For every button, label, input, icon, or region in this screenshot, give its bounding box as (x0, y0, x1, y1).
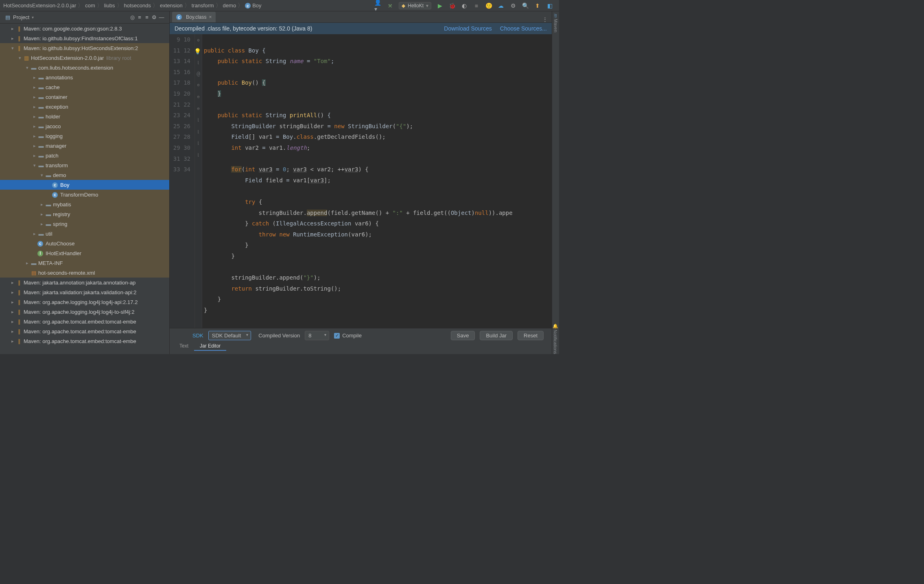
collapse-all-icon[interactable]: ≡ (143, 14, 151, 21)
breadcrumb-seg[interactable]: extension (159, 2, 183, 9)
tree-row[interactable]: ▬patch (0, 151, 169, 160)
breadcrumb-seg[interactable]: hotseconds (123, 2, 152, 9)
folder-icon: ▬ (37, 74, 45, 81)
tree-row[interactable]: ▥HotSecondsExtension-2.0.0.jarlibrary ro… (0, 53, 169, 63)
breadcrumb-seg[interactable]: cBoy (244, 2, 262, 9)
code-editor[interactable]: 9 10 11 12 13 14 15 16 17 18 19 20 21 22… (170, 34, 552, 328)
hammer-icon[interactable]: ⤧ (387, 2, 394, 9)
folder-icon: ▬ (45, 172, 52, 178)
tree-row[interactable]: IIHotExtHandler (0, 248, 169, 258)
folder-icon: ▬ (37, 162, 45, 168)
jetbrains-icon[interactable]: ◧ (546, 2, 553, 9)
folder-icon: ▬ (37, 84, 45, 90)
save-button[interactable]: Save (451, 331, 475, 340)
tree-row[interactable]: ▬cache (0, 82, 169, 92)
tree-row[interactable]: ▬spring (0, 219, 169, 229)
tree-row[interactable]: ▬holder (0, 112, 169, 121)
notifications-tool-button[interactable]: 🔔 Notifications (553, 323, 558, 354)
code-content[interactable]: public class Boy { public static String … (202, 34, 552, 328)
sdk-select[interactable]: SDK Default (208, 331, 251, 340)
tree-label: IHotExtHandler (46, 250, 81, 256)
tree-label: registry (53, 211, 70, 217)
editor-area: c Boy.class × ⋮ Decompiled .class file, … (170, 11, 552, 354)
sonar-icon[interactable]: ☁ (497, 2, 505, 9)
project-tree[interactable]: ∥Maven: com.google.code.gson:gson:2.8.3∥… (0, 24, 169, 354)
breadcrumb-seg[interactable]: liubs (103, 2, 116, 9)
hide-icon[interactable]: — (158, 14, 165, 21)
tree-row[interactable]: cTransformDemo (0, 190, 169, 199)
gear-icon[interactable]: ⚙ (151, 14, 158, 21)
bottom-tab-jar-editor[interactable]: Jar Editor (194, 342, 226, 351)
run-icon[interactable]: ▶ (436, 2, 443, 9)
tree-row[interactable]: ▬jacoco (0, 121, 169, 131)
breadcrumb-seg[interactable]: HotSecondsExtension-2.0.0.jar (2, 2, 77, 9)
tree-label: logging (46, 133, 63, 139)
tree-row[interactable]: ▬exception (0, 102, 169, 112)
compiled-version-label: Compiled Version (258, 332, 300, 339)
tree-row[interactable]: ▬annotations (0, 72, 169, 82)
tree-row[interactable]: ▬transform (0, 160, 169, 170)
tree-row[interactable]: ∥Maven: org.apache.tomcat.embed:tomcat-e… (0, 326, 169, 336)
tree-row[interactable]: ▬logging (0, 131, 169, 141)
search-icon[interactable]: 🔍 (522, 2, 529, 9)
build-jar-button[interactable]: Build Jar (480, 331, 513, 340)
tree-row[interactable]: ∥Maven: org.apache.tomcat.embed:tomcat-e… (0, 336, 169, 346)
tree-row[interactable]: ∥Maven: org.apache.tomcat.embed:tomcat-e… (0, 317, 169, 326)
gear-icon[interactable]: ⚙ (509, 2, 517, 9)
tree-row[interactable]: ▬registry (0, 209, 169, 219)
run-config[interactable]: ◆HelloKt▾ (399, 2, 431, 9)
compile-checkbox[interactable]: ✓Compile (334, 332, 362, 339)
breadcrumb-seg[interactable]: demo (222, 2, 237, 9)
kebab-icon[interactable]: ⋮ (538, 16, 552, 22)
class-icon: c (52, 182, 59, 188)
tree-row[interactable]: ▬manager (0, 141, 169, 151)
tree-row[interactable]: ▬util (0, 229, 169, 238)
bottom-tab-text[interactable]: Text (174, 342, 194, 351)
tab-label: Boy.class (186, 14, 206, 20)
expand-all-icon[interactable]: ≡ (136, 14, 143, 21)
library-icon: ∥ (15, 319, 23, 325)
tree-row[interactable]: ∥Maven: org.apache.logging.log4j:log4j-a… (0, 297, 169, 307)
tree-row[interactable]: cAutoChoose (0, 238, 169, 248)
tree-row[interactable]: cBoy (0, 180, 169, 190)
tree-label: annotations (46, 74, 73, 81)
tree-label: Maven: jakarta.annotation:jakarta.annota… (24, 280, 135, 286)
tree-row[interactable]: ∥Maven: org.apache.logging.log4j:log4j-t… (0, 307, 169, 317)
compiled-version-select[interactable]: 8 (305, 331, 329, 340)
tree-row[interactable]: ∥Maven: jakarta.validation:jakarta.valid… (0, 287, 169, 297)
debug-icon[interactable]: 🐞 (448, 2, 456, 9)
reset-button[interactable]: Reset (518, 331, 544, 340)
tree-label: Maven: org.apache.tomcat.embed:tomcat-em… (24, 338, 136, 344)
target-icon[interactable]: ◎ (129, 14, 136, 21)
tree-row[interactable]: ∥Maven: jakarta.annotation:jakarta.annot… (0, 278, 169, 287)
download-sources-link[interactable]: Download Sources (444, 25, 492, 32)
user-icon[interactable]: 👤▾ (374, 2, 382, 9)
tree-label: spring (53, 221, 67, 227)
dropdown-icon[interactable]: ▾ (32, 15, 34, 20)
tree-label: mybatis (53, 201, 71, 208)
close-icon[interactable]: × (209, 14, 212, 20)
tree-row[interactable]: ▬mybatis (0, 199, 169, 209)
choose-sources-link[interactable]: Choose Sources... (500, 25, 547, 32)
library-icon: ∥ (15, 26, 23, 32)
tree-row[interactable]: ▬demo (0, 170, 169, 180)
update-icon[interactable]: ⬆ (534, 2, 541, 9)
topbar: HotSecondsExtension-2.0.0.jar〉com〉liubs〉… (0, 0, 559, 11)
coverage-icon[interactable]: ◐ (461, 2, 468, 9)
maven-tool-button[interactable]: m Maven (553, 14, 558, 32)
tree-row[interactable]: ▤hot-seconds-remote.xml (0, 268, 169, 278)
folder-icon: ▬ (45, 211, 52, 217)
tab-boy-class[interactable]: c Boy.class × (172, 12, 216, 22)
folder-icon: ▬ (45, 201, 52, 208)
tree-row[interactable]: ▬com.liubs.hotseconds.extension (0, 63, 169, 72)
tree-row[interactable]: ∥Maven: io.github.liubsyy:FindInstancesO… (0, 33, 169, 43)
breadcrumb-seg[interactable]: com (84, 2, 96, 9)
avatar-icon[interactable]: 🙂 (485, 2, 492, 9)
tree-row[interactable]: ▬container (0, 92, 169, 102)
breadcrumb-seg[interactable]: transform (191, 2, 215, 9)
tree-label: holder (46, 114, 60, 120)
tree-row[interactable]: ∥Maven: io.github.liubsyy:HotSecondsExte… (0, 43, 169, 53)
tree-row[interactable]: ▬META-INF (0, 258, 169, 268)
tree-row[interactable]: ∥Maven: com.google.code.gson:gson:2.8.3 (0, 24, 169, 33)
fold-gutter[interactable]: ⊖ 💡 ⌊ @ ⊖ ⊖ ⊖ ⌊ ⌊ ⌊ ⌊ (195, 34, 202, 328)
